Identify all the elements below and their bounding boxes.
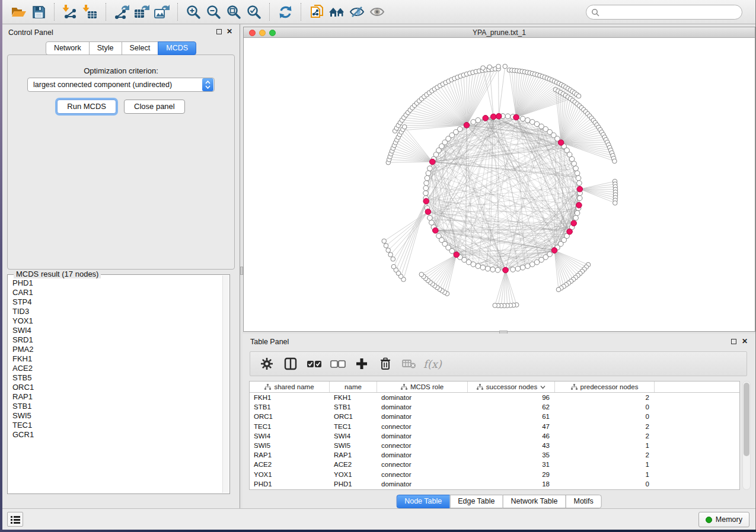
search-input[interactable] [602,8,737,17]
network-node[interactable] [391,257,395,261]
network-node[interactable] [457,127,462,132]
network-hub-node[interactable] [483,116,489,121]
table-row[interactable]: YOX1YOX1connector291 [250,470,739,479]
mcds-result-item[interactable]: STP4 [12,297,222,307]
network-node[interactable] [515,266,521,271]
clone-network-button[interactable] [307,2,327,22]
network-node[interactable] [496,64,501,69]
hide-selected-button[interactable] [347,2,367,22]
network-node[interactable] [402,124,407,129]
network-node[interactable] [520,116,525,121]
network-node[interactable] [391,264,396,269]
mcds-result-item[interactable]: STB5 [12,373,222,383]
tab-style[interactable]: Style [89,41,122,55]
network-hub-node[interactable] [423,198,429,204]
mcds-result-item[interactable]: FKH1 [12,354,222,364]
network-node[interactable] [525,118,530,123]
network-node[interactable] [556,287,561,292]
network-hub-node[interactable] [558,140,564,146]
select-all-button[interactable] [304,354,325,374]
network-node[interactable] [572,161,577,166]
network-hub-node[interactable] [551,248,557,254]
network-node[interactable] [436,233,442,239]
show-hidden-eye-button[interactable] [367,2,387,22]
network-node[interactable] [424,181,429,186]
mcds-result-item[interactable]: SWI4 [12,326,222,335]
export-image-button[interactable] [152,2,172,22]
network-node[interactable] [476,118,481,123]
table-tab-network-table[interactable]: Network Table [503,495,566,508]
network-node[interactable] [575,210,580,216]
deselect-all-button[interactable] [327,354,349,374]
table-row[interactable]: STB1STB1dominator620 [250,402,739,412]
network-node[interactable] [503,64,508,69]
table-scrollbar-thumb[interactable] [744,383,749,456]
table-tab-motifs[interactable]: Motifs [565,495,601,508]
mcds-result-item[interactable]: PHD1 [12,278,222,288]
criterion-dropdown[interactable]: largest connected component (undirected) [27,78,215,92]
network-node[interactable] [428,215,433,220]
float-window-icon[interactable] [216,29,222,34]
search-box[interactable] [586,5,742,20]
network-node[interactable] [476,264,481,269]
network-node[interactable] [613,201,617,206]
network-node[interactable] [577,181,582,186]
network-node[interactable] [573,215,579,220]
table-tab-node-table[interactable]: Node Table [396,495,450,508]
tab-mcds[interactable]: MCDS [158,41,196,55]
network-hub-node[interactable] [577,186,583,192]
mcds-result-item[interactable]: RAP1 [12,392,222,402]
network-hub-node[interactable] [513,114,519,120]
network-node[interactable] [388,252,393,257]
zoom-out-button[interactable] [203,2,224,22]
table-row[interactable]: ORC1ORC1dominator610 [250,412,739,421]
zoom-in-button[interactable] [183,2,203,22]
column-header-MCDS-role[interactable]: MCDS role [377,382,468,392]
network-hub-node[interactable] [454,252,460,258]
network-hub-node[interactable] [425,209,431,215]
memory-button[interactable]: Memory [698,512,749,527]
tab-network[interactable]: Network [46,41,90,55]
network-node[interactable] [426,171,431,176]
mcds-result-item[interactable]: SRD1 [12,335,222,345]
mcds-result-item[interactable]: SWI5 [12,411,222,421]
delete-column-button[interactable] [375,354,396,374]
network-hub-node[interactable] [496,113,502,119]
table-row[interactable]: TEC1TEC1connector472 [250,422,739,431]
network-node[interactable] [384,243,388,248]
network-node[interactable] [423,191,429,196]
mcds-result-item[interactable]: ORC1 [12,383,222,392]
network-node[interactable] [429,220,435,225]
table-scrollbar[interactable] [742,381,751,490]
mcds-result-item[interactable]: PMA2 [12,345,222,354]
run-mcds-button[interactable]: Run MCDS [57,100,116,114]
network-node[interactable] [520,265,525,270]
network-hub-node[interactable] [576,203,582,209]
network-node[interactable] [495,267,500,273]
network-node[interactable] [525,264,530,269]
column-header-name[interactable]: name [330,382,377,392]
network-hub-node[interactable] [571,220,577,226]
save-session-button[interactable] [28,2,49,22]
table-row[interactable]: RAP1RAP1dominator352 [250,450,739,460]
network-node[interactable] [576,94,581,98]
network-hub-node[interactable] [429,159,435,165]
network-node[interactable] [471,120,476,125]
tab-select[interactable]: Select [122,41,159,55]
zoom-selected-button[interactable] [244,2,264,22]
add-column-button[interactable] [351,354,372,374]
network-hub-node[interactable] [432,227,438,233]
network-node[interactable] [511,267,516,273]
network-node[interactable] [425,175,430,181]
network-hub-node[interactable] [567,229,573,235]
close-panel-icon[interactable]: ✕ [742,337,748,345]
table-row[interactable]: FKH1FKH1dominator962 [250,393,739,402]
table-tab-edge-table[interactable]: Edge Table [449,495,503,508]
network-hub-node[interactable] [464,122,470,128]
table-row[interactable]: SWI5SWI5connector431 [250,441,739,450]
export-table-button[interactable] [132,2,152,22]
column-header-successor-nodes[interactable]: successor nodes [468,382,555,392]
float-window-icon[interactable] [731,339,736,344]
network-hub-node[interactable] [503,267,509,273]
network-hub-node[interactable] [490,114,496,120]
